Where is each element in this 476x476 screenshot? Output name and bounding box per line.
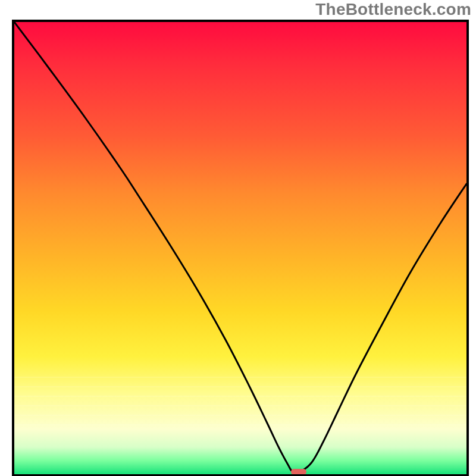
plot-area [12, 20, 469, 476]
sweet-spot-marker [291, 469, 306, 475]
bottleneck-curve [14, 22, 466, 474]
watermark-text: TheBottleneck.com [315, 0, 471, 19]
chart-frame: TheBottleneck.com [0, 0, 476, 476]
